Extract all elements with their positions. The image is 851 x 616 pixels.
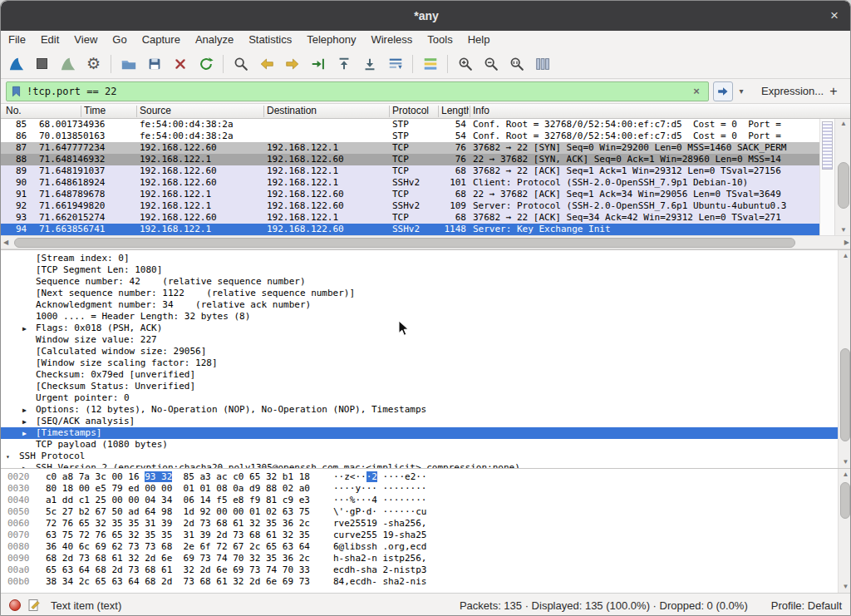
column-separator[interactable] <box>136 106 137 117</box>
hex-row[interactable]: 00b038 34 2c 65 63 64 68 2d 73 68 61 32 … <box>1 576 851 588</box>
detail-line[interactable]: Checksum: 0x79ed [unverified] <box>1 369 851 381</box>
menu-tools[interactable]: Tools <box>420 31 460 49</box>
detail-line[interactable]: Urgent pointer: 0 <box>1 392 851 404</box>
packet-row[interactable]: 8971.648191037192.168.122.60192.168.122.… <box>1 165 819 177</box>
scroll-right-arrow[interactable]: ▶ <box>844 238 849 248</box>
packet-list-scrollbar[interactable]: ▲ ▼ <box>834 119 851 235</box>
detail-line-selected[interactable]: ▶[Timestamps] <box>1 427 851 439</box>
filter-apply-button[interactable] <box>713 81 733 101</box>
packet-row[interactable]: 9271.661949820192.168.122.1192.168.122.6… <box>1 200 819 212</box>
menu-file[interactable]: File <box>1 31 33 49</box>
hex-row[interactable]: 006072 76 65 32 35 35 31 39 2d 73 68 61 … <box>1 518 851 530</box>
packet-row[interactable]: 8871.648146932192.168.122.1192.168.122.6… <box>1 154 819 165</box>
reload-file-button[interactable] <box>193 52 219 76</box>
display-filter-field[interactable]: × <box>6 81 709 101</box>
capture-comment-icon[interactable] <box>27 599 41 612</box>
packet-row-selected[interactable]: 9471.663856741192.168.122.1192.168.122.6… <box>1 224 819 235</box>
go-first-packet-button[interactable] <box>331 52 357 76</box>
title-bar[interactable]: *any × <box>1 1 851 31</box>
hex-row[interactable]: 003080 18 00 e5 79 ed 00 00 01 01 08 0a … <box>1 483 851 495</box>
expand-arrow-icon[interactable]: ▾ <box>6 453 19 461</box>
column-header-source[interactable]: Source <box>140 104 261 119</box>
detail-line[interactable]: [Window size scaling factor: 128] <box>1 357 851 369</box>
scrollbar-thumb[interactable] <box>838 162 849 209</box>
zoom-in-button[interactable] <box>452 52 478 76</box>
menu-capture[interactable]: Capture <box>135 31 188 49</box>
restart-capture-button[interactable] <box>55 52 81 76</box>
column-separator[interactable] <box>470 106 470 117</box>
go-forward-button[interactable] <box>279 52 305 76</box>
hex-row[interactable]: 0040a1 dd c1 25 00 00 04 34 06 14 f5 e8 … <box>1 495 851 506</box>
scroll-up-arrow[interactable]: ▲ <box>839 251 851 261</box>
detail-line[interactable]: [TCP Segment Len: 1080] <box>1 264 851 276</box>
hex-row[interactable]: 00505c 27 b2 67 50 ad 64 98 1d 92 00 00 … <box>1 506 851 518</box>
packet-row[interactable]: 8771.647777234192.168.122.60192.168.122.… <box>1 142 819 154</box>
packet-row[interactable]: 9171.648789678192.168.122.1192.168.122.6… <box>1 189 819 200</box>
close-file-button[interactable] <box>167 52 193 76</box>
filter-bookmark-icon[interactable] <box>11 85 22 98</box>
detail-line[interactable]: ▶Options: (12 bytes), No-Operation (NOP)… <box>1 404 851 416</box>
detail-line[interactable]: 1000 .... = Header Length: 32 bytes (8) <box>1 311 851 323</box>
menu-statistics[interactable]: Statistics <box>241 31 299 49</box>
detail-line[interactable]: [Checksum Status: Unverified] <box>1 381 851 392</box>
stop-capture-button[interactable] <box>29 52 55 76</box>
menu-telephony[interactable]: Telephony <box>299 31 363 49</box>
bytes-scrollbar[interactable]: ▲ ▼ <box>838 469 851 593</box>
expand-arrow-icon[interactable]: ▶ <box>22 430 36 437</box>
column-separator[interactable] <box>263 106 264 117</box>
go-to-packet-button[interactable] <box>305 52 331 76</box>
resize-columns-button[interactable] <box>529 52 555 76</box>
expression-button[interactable]: Expression... <box>761 85 824 97</box>
menu-edit[interactable]: Edit <box>33 31 66 49</box>
column-header-length[interactable]: Length <box>441 104 469 119</box>
scroll-down-arrow[interactable]: ▼ <box>839 582 851 592</box>
expert-info-icon[interactable] <box>9 599 21 611</box>
packet-minimap[interactable] <box>819 119 834 235</box>
packet-row[interactable]: 8568.001734936fe:54:00:d4:38:2aSTP54Conf… <box>1 119 819 131</box>
zoom-out-button[interactable] <box>478 52 504 76</box>
menu-go[interactable]: Go <box>105 31 134 49</box>
menu-wireless[interactable]: Wireless <box>363 31 420 49</box>
column-header-no[interactable]: No. <box>6 104 79 119</box>
hex-row[interactable]: 0020c0 a8 7a 3c 00 16 93 32 85 a3 ac c0 … <box>1 471 851 483</box>
hex-row[interactable]: 008036 40 6c 69 62 73 73 68 2e 6f 72 67 … <box>1 541 851 553</box>
detail-line[interactable]: Window size value: 227 <box>1 334 851 346</box>
menu-view[interactable]: View <box>66 31 105 49</box>
expand-arrow-icon[interactable]: ▶ <box>22 325 36 333</box>
hex-row[interactable]: 009068 2d 73 68 61 32 2d 6e 69 73 74 70 … <box>1 553 851 564</box>
colorize-packets-button[interactable] <box>417 52 443 76</box>
packet-row[interactable]: 8670.013850163fe:54:00:d4:38:2aSTP54Conf… <box>1 131 819 142</box>
column-separator[interactable] <box>438 106 439 117</box>
open-file-button[interactable] <box>116 52 141 76</box>
detail-scrollbar[interactable]: ▲ ▼ <box>838 250 851 468</box>
detail-line[interactable]: ▾SSH Protocol <box>1 451 851 462</box>
find-packet-button[interactable] <box>228 52 253 76</box>
filter-clear-button[interactable]: × <box>689 85 704 97</box>
capture-options-button[interactable]: ⚙ <box>81 52 106 76</box>
detail-line[interactable]: ▶[SEQ/ACK analysis] <box>1 416 851 427</box>
scroll-up-arrow[interactable]: ▲ <box>835 119 851 129</box>
filter-apply-dropdown[interactable]: ▾ <box>735 86 748 96</box>
packet-row[interactable]: 9071.648618924192.168.122.60192.168.122.… <box>1 177 819 189</box>
display-filter-input[interactable] <box>27 83 689 100</box>
scroll-down-arrow[interactable]: ▼ <box>839 457 851 467</box>
scroll-up-arrow[interactable]: ▲ <box>839 470 851 480</box>
detail-line[interactable]: Acknowledgment number: 34 (relative ack … <box>1 299 851 311</box>
scroll-left-arrow[interactable]: ◀ <box>3 238 8 248</box>
detail-line[interactable]: ▶SSH Version 2 (encryption:chacha20-poly… <box>1 462 851 468</box>
close-window-button[interactable]: × <box>825 7 844 25</box>
save-file-button[interactable] <box>141 52 167 76</box>
detail-line[interactable]: TCP payload (1080 bytes) <box>1 439 851 451</box>
packet-row[interactable]: 9371.662015274192.168.122.60192.168.122.… <box>1 212 819 224</box>
add-filter-button[interactable]: + <box>825 84 842 99</box>
start-capture-button[interactable] <box>3 52 29 76</box>
scroll-down-arrow[interactable]: ▼ <box>835 225 851 235</box>
detail-line[interactable]: [Next sequence number: 1122 (relative se… <box>1 288 851 299</box>
detail-line[interactable]: [Calculated window size: 29056] <box>1 346 851 357</box>
scrollbar-thumb[interactable] <box>840 348 850 441</box>
zoom-reset-button[interactable] <box>504 52 529 76</box>
auto-scroll-button[interactable] <box>382 52 408 76</box>
column-header-info[interactable]: Info <box>473 104 722 119</box>
column-separator[interactable] <box>81 106 81 117</box>
hex-row[interactable]: 00a065 63 64 68 2d 73 68 61 32 2d 6e 69 … <box>1 564 851 576</box>
